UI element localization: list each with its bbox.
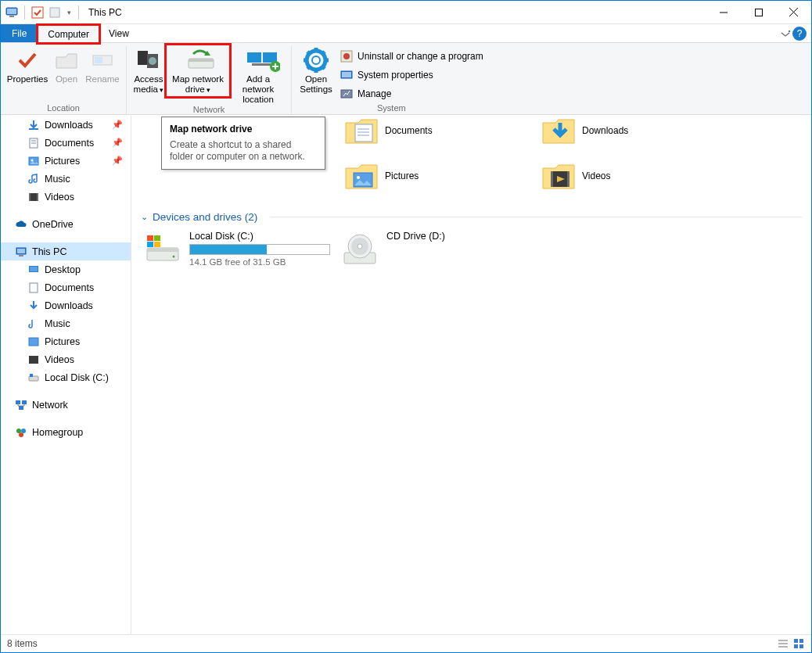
status-item-count: 8 items — [7, 638, 38, 649]
help-button[interactable]: ? — [792, 27, 807, 41]
system-properties-button[interactable]: System properties — [337, 66, 487, 84]
svg-rect-11 — [95, 57, 102, 63]
svg-rect-4 — [50, 8, 59, 17]
properties-button[interactable]: Properties — [5, 46, 49, 84]
group-network-label: Network — [193, 105, 225, 116]
svg-point-59 — [16, 429, 21, 433]
svg-point-61 — [19, 432, 23, 437]
svg-rect-57 — [22, 400, 27, 404]
nav-music[interactable]: Music — [1, 314, 131, 332]
rename-icon — [90, 48, 115, 73]
manage-icon — [340, 88, 353, 100]
homegroup-icon — [15, 426, 27, 439]
status-bar: 8 items — [1, 634, 811, 652]
manage-button[interactable]: Manage — [337, 85, 487, 102]
svg-line-28 — [307, 52, 311, 55]
svg-rect-88 — [794, 644, 798, 648]
qat-dropdown-icon[interactable]: ▾ — [64, 5, 74, 20]
music-icon — [27, 318, 40, 330]
pictures-icon — [27, 335, 40, 348]
devices-header-label: Devices and drives (2) — [153, 211, 257, 223]
properties-label: Properties — [7, 74, 48, 84]
nav-local-disk[interactable]: Local Disk (C:) — [1, 368, 131, 386]
open-settings-button[interactable]: Open Settings — [296, 46, 336, 95]
access-media-button[interactable]: Access media ▾ — [131, 46, 166, 95]
onedrive-icon — [15, 218, 27, 231]
svg-rect-2 — [9, 16, 14, 17]
svg-rect-47 — [17, 249, 25, 253]
svg-rect-70 — [567, 171, 569, 187]
svg-rect-62 — [355, 124, 372, 142]
navigation-pane[interactable]: Downloads📌 Documents📌 Pictures📌 Music Vi… — [1, 116, 131, 634]
content-area[interactable]: Documents Downloads Pictures Videos ⌄ De… — [131, 116, 811, 634]
nav-onedrive[interactable]: OneDrive — [1, 215, 131, 233]
pin-icon: 📌 — [112, 120, 123, 130]
tab-file[interactable]: File — [1, 24, 38, 42]
nav-desktop[interactable]: Desktop — [1, 260, 131, 278]
system-properties-label: System properties — [357, 70, 433, 81]
nav-quick-videos[interactable]: Videos — [1, 188, 131, 206]
drive-free-space: 14.1 GB free of 31.5 GB — [189, 257, 330, 267]
downloads-icon — [27, 119, 40, 131]
nav-quick-documents[interactable]: Documents📌 — [1, 134, 131, 152]
add-network-location-button[interactable]: Add a network location — [230, 46, 286, 105]
disk-usage-bar — [189, 244, 330, 255]
folder-videos[interactable]: Videos — [535, 153, 732, 199]
desktop-icon — [27, 264, 40, 276]
svg-line-31 — [307, 66, 311, 69]
nav-downloads[interactable]: Downloads — [1, 296, 131, 314]
map-network-drive-button[interactable]: Map network drive ▾ — [167, 46, 228, 95]
nav-videos[interactable]: Videos — [1, 350, 131, 368]
drive-cd-d[interactable]: CD Drive (D:) — [338, 228, 535, 271]
group-system-label: System — [377, 103, 406, 114]
nav-quick-music[interactable]: Music — [1, 170, 131, 188]
svg-line-30 — [322, 52, 325, 55]
tab-view[interactable]: View — [99, 24, 138, 42]
svg-rect-16 — [189, 59, 214, 62]
svg-point-67 — [357, 176, 360, 179]
uninstall-program-button[interactable]: Uninstall or change a program — [337, 48, 487, 65]
folder-documents[interactable]: Documents — [338, 116, 535, 153]
qat-newfolder-icon[interactable] — [47, 5, 63, 20]
nav-pictures[interactable]: Pictures — [1, 332, 131, 350]
group-system: Open Settings Uninstall or change a prog… — [292, 46, 491, 114]
minimize-button[interactable] — [706, 1, 741, 23]
svg-rect-86 — [794, 639, 798, 643]
devices-header[interactable]: ⌄ Devices and drives (2) — [141, 211, 802, 223]
drive-local-disk-c[interactable]: Local Disk (C:) 14.1 GB free of 31.5 GB — [141, 228, 338, 271]
svg-point-9 — [789, 30, 790, 32]
svg-rect-18 — [247, 52, 261, 63]
nav-quick-pictures[interactable]: Pictures📌 — [1, 152, 131, 170]
large-icons-view-button[interactable] — [792, 637, 805, 650]
nav-network[interactable]: Network — [1, 396, 131, 414]
svg-rect-69 — [551, 171, 553, 187]
nav-this-pc[interactable]: This PC — [1, 242, 131, 260]
nav-documents[interactable]: Documents — [1, 278, 131, 296]
folder-downloads[interactable]: Downloads — [535, 116, 732, 153]
nav-quick-downloads[interactable]: Downloads📌 — [1, 116, 131, 134]
open-button: Open — [51, 46, 82, 84]
open-label: Open — [56, 74, 77, 84]
svg-rect-48 — [19, 255, 23, 257]
svg-rect-45 — [37, 193, 38, 201]
svg-point-60 — [21, 429, 26, 433]
folder-pictures[interactable]: Pictures — [338, 153, 535, 199]
rename-button: Rename — [84, 46, 121, 84]
details-view-button[interactable] — [777, 637, 789, 650]
svg-rect-58 — [19, 406, 23, 410]
manage-label: Manage — [357, 88, 391, 99]
svg-point-82 — [357, 244, 362, 249]
tooltip-body: Create a shortcut to a shared folder or … — [170, 139, 317, 163]
drive-label: CD Drive (D:) — [386, 231, 445, 242]
maximize-button[interactable] — [741, 1, 776, 23]
close-button[interactable] — [776, 1, 811, 23]
svg-rect-78 — [154, 242, 160, 247]
group-location-label: Location — [47, 103, 80, 114]
qat-properties-icon[interactable] — [30, 5, 45, 20]
svg-point-14 — [149, 57, 156, 65]
nav-homegroup[interactable]: Homegroup — [1, 423, 131, 441]
minimize-ribbon-button[interactable] — [778, 24, 792, 43]
tab-computer[interactable]: Computer — [38, 25, 99, 43]
uninstall-label: Uninstall or change a program — [357, 51, 483, 62]
documents-icon — [27, 282, 40, 294]
